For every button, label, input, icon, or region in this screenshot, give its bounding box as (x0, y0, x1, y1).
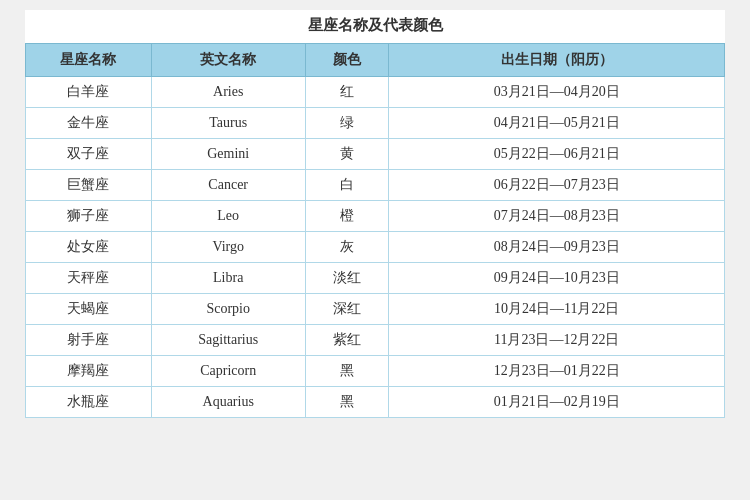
cell-zodiac-name: 水瓶座 (26, 387, 152, 418)
cell-zodiac-name: 天蝎座 (26, 294, 152, 325)
cell-zodiac-color: 黑 (305, 387, 389, 418)
cell-zodiac-color: 灰 (305, 232, 389, 263)
cell-zodiac-date: 06月22日—07月23日 (389, 170, 725, 201)
cell-zodiac-name: 摩羯座 (26, 356, 152, 387)
cell-zodiac-date: 11月23日—12月22日 (389, 325, 725, 356)
cell-zodiac-date: 01月21日—02月19日 (389, 387, 725, 418)
header-col-en: 英文名称 (151, 44, 305, 77)
table-row: 双子座Gemini黄05月22日—06月21日 (26, 139, 725, 170)
table-row: 处女座Virgo灰08月24日—09月23日 (26, 232, 725, 263)
zodiac-table: 星座名称 英文名称 颜色 出生日期（阳历） 白羊座Aries红03月21日—04… (25, 43, 725, 418)
cell-zodiac-color: 黄 (305, 139, 389, 170)
cell-zodiac-name: 巨蟹座 (26, 170, 152, 201)
cell-zodiac-en: Gemini (151, 139, 305, 170)
cell-zodiac-en: Aquarius (151, 387, 305, 418)
cell-zodiac-name: 狮子座 (26, 201, 152, 232)
cell-zodiac-color: 黑 (305, 356, 389, 387)
cell-zodiac-date: 03月21日—04月20日 (389, 77, 725, 108)
cell-zodiac-date: 04月21日—05月21日 (389, 108, 725, 139)
table-row: 摩羯座Capricorn黑12月23日—01月22日 (26, 356, 725, 387)
cell-zodiac-color: 红 (305, 77, 389, 108)
table-row: 金牛座Taurus绿04月21日—05月21日 (26, 108, 725, 139)
table-header-row: 星座名称 英文名称 颜色 出生日期（阳历） (26, 44, 725, 77)
cell-zodiac-en: Virgo (151, 232, 305, 263)
cell-zodiac-en: Aries (151, 77, 305, 108)
header-col-date: 出生日期（阳历） (389, 44, 725, 77)
cell-zodiac-date: 12月23日—01月22日 (389, 356, 725, 387)
cell-zodiac-name: 白羊座 (26, 77, 152, 108)
cell-zodiac-color: 紫红 (305, 325, 389, 356)
table-body: 白羊座Aries红03月21日—04月20日金牛座Taurus绿04月21日—0… (26, 77, 725, 418)
cell-zodiac-date: 10月24日—11月22日 (389, 294, 725, 325)
table-row: 射手座Sagittarius紫红11月23日—12月22日 (26, 325, 725, 356)
cell-zodiac-date: 05月22日—06月21日 (389, 139, 725, 170)
cell-zodiac-name: 双子座 (26, 139, 152, 170)
table-row: 天蝎座Scorpio深红10月24日—11月22日 (26, 294, 725, 325)
cell-zodiac-en: Capricorn (151, 356, 305, 387)
cell-zodiac-color: 橙 (305, 201, 389, 232)
cell-zodiac-name: 处女座 (26, 232, 152, 263)
table-row: 天秤座Libra淡红09月24日—10月23日 (26, 263, 725, 294)
cell-zodiac-date: 09月24日—10月23日 (389, 263, 725, 294)
cell-zodiac-color: 白 (305, 170, 389, 201)
table-row: 水瓶座Aquarius黑01月21日—02月19日 (26, 387, 725, 418)
cell-zodiac-name: 射手座 (26, 325, 152, 356)
table-row: 巨蟹座Cancer白06月22日—07月23日 (26, 170, 725, 201)
cell-zodiac-en: Scorpio (151, 294, 305, 325)
header-col-color: 颜色 (305, 44, 389, 77)
main-container: 星座名称及代表颜色 星座名称 英文名称 颜色 出生日期（阳历） 白羊座Aries… (25, 10, 725, 418)
cell-zodiac-name: 天秤座 (26, 263, 152, 294)
cell-zodiac-color: 淡红 (305, 263, 389, 294)
cell-zodiac-date: 07月24日—08月23日 (389, 201, 725, 232)
cell-zodiac-en: Leo (151, 201, 305, 232)
cell-zodiac-en: Sagittarius (151, 325, 305, 356)
cell-zodiac-color: 深红 (305, 294, 389, 325)
cell-zodiac-color: 绿 (305, 108, 389, 139)
table-row: 狮子座Leo橙07月24日—08月23日 (26, 201, 725, 232)
cell-zodiac-date: 08月24日—09月23日 (389, 232, 725, 263)
cell-zodiac-name: 金牛座 (26, 108, 152, 139)
cell-zodiac-en: Cancer (151, 170, 305, 201)
cell-zodiac-en: Taurus (151, 108, 305, 139)
cell-zodiac-en: Libra (151, 263, 305, 294)
page-title: 星座名称及代表颜色 (25, 10, 725, 43)
header-col-name: 星座名称 (26, 44, 152, 77)
table-row: 白羊座Aries红03月21日—04月20日 (26, 77, 725, 108)
